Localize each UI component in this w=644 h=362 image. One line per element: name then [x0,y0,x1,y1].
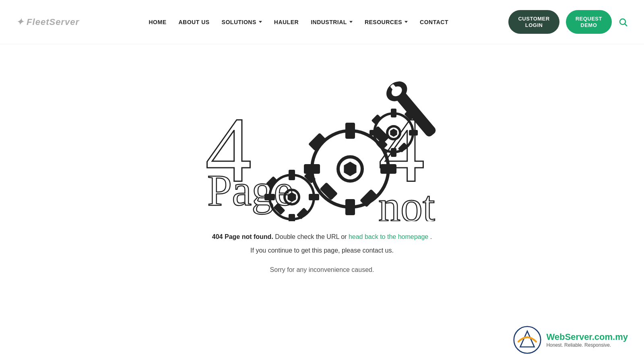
svg-rect-5 [345,123,355,139]
logo-text: ✦ FleetServer [16,17,79,27]
nav-item-industrial[interactable]: INDUSTRIAL [311,19,353,25]
svg-point-0 [620,19,625,25]
chevron-down-icon [349,21,353,23]
svg-rect-8 [304,164,320,174]
svg-text:Page: Page [207,166,293,215]
webserver-tagline: Honest. Reliable. Responsive. [546,342,628,348]
error-illustration: 4 [181,68,463,221]
svg-text:not: not [378,182,435,221]
chevron-down-icon [259,21,262,23]
svg-rect-6 [345,199,355,215]
homepage-link[interactable]: head back to the homepage [349,233,428,240]
nav-item-home[interactable]: HOME [149,19,166,25]
svg-marker-13 [344,162,356,176]
header-actions: CUSTOMERLOGIN REQUESTDEMO [508,10,628,34]
error-period: . [430,233,432,240]
main-nav: HOME ABOUT US SOLUTIONS HAULER INDUSTRIA… [149,19,448,25]
svg-rect-10 [308,133,326,151]
main-content: 4 [0,44,644,322]
chevron-down-icon [405,21,408,23]
webserver-logo-icon [513,326,541,354]
error-description: Double check the URL or [275,233,349,240]
logo[interactable]: ✦ FleetServer [16,17,89,27]
customer-login-button[interactable]: CUSTOMERLOGIN [508,10,559,34]
svg-rect-30 [369,130,378,136]
site-header: ✦ FleetServer HOME ABOUT US SOLUTIONS HA… [0,0,644,44]
svg-rect-12 [320,182,338,200]
webserver-name: WebServer.com.my [546,332,628,342]
svg-rect-18 [309,194,319,200]
error-sub-message: If you continue to get this page, please… [250,247,394,254]
request-demo-button[interactable]: REQUESTDEMO [566,10,612,34]
footer-brand: WebServer.com.my Honest. Reliable. Respo… [513,326,628,354]
error-bold-text: 404 Page not found. [212,233,273,240]
nav-item-resources[interactable]: RESOURCES [365,19,408,25]
svg-rect-17 [289,214,295,221]
nav-item-hauler[interactable]: HAULER [274,19,299,25]
search-icon [618,17,628,27]
webserver-brand-text: WebServer.com.my Honest. Reliable. Respo… [546,332,628,348]
svg-line-1 [625,24,627,26]
search-button[interactable] [618,17,628,27]
nav-item-contact[interactable]: CONTACT [420,19,448,25]
sorry-message: Sorry for any inconvenience caused. [270,266,374,274]
error-message: 404 Page not found. Double check the URL… [212,233,432,241]
nav-item-solutions[interactable]: SOLUTIONS [222,19,262,25]
nav-item-about[interactable]: ABOUT US [178,19,209,25]
